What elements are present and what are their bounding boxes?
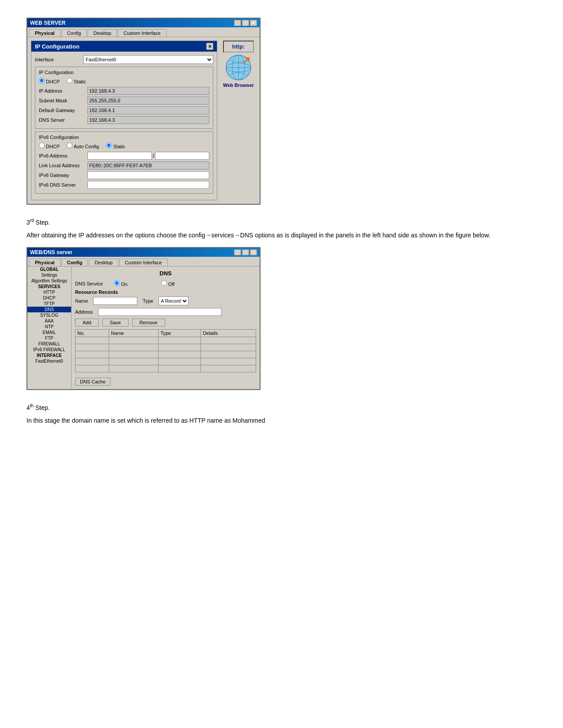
ip-config-title: IP Configuration (35, 43, 79, 50)
dns-name-label: Name (75, 298, 88, 304)
w2-maximize-button[interactable]: □ (242, 249, 249, 255)
sidebar-item-interface: INTERFACE (27, 353, 71, 358)
dns-cache-button[interactable]: DNS Cache (75, 378, 110, 386)
browser-globe-icon (225, 54, 252, 81)
sidebar-item-firewall[interactable]: FIREWALL (27, 341, 71, 347)
ip-config-panel: IP Configuration ✕ Interface FastEtherne… (31, 41, 217, 200)
sidebar-item-fastethernet0[interactable]: FastEthernet0 (27, 358, 71, 364)
dns-address-input[interactable] (98, 308, 222, 316)
link-local-input[interactable] (87, 161, 209, 169)
interface-select[interactable]: FastEthernet0 (83, 55, 213, 64)
subnet-mask-input[interactable] (87, 97, 209, 105)
sidebar-item-http[interactable]: HTTP (27, 289, 71, 295)
ipv6-auto-radio[interactable] (67, 143, 72, 148)
sidebar-item-dns[interactable]: DNS (27, 307, 71, 312)
dns-on-radio[interactable] (114, 280, 120, 286)
maximize-button[interactable]: □ (242, 20, 249, 26)
w2-tab-desktop[interactable]: Desktop (89, 259, 118, 266)
sidebar-item-global[interactable]: GLOBAL (27, 266, 71, 272)
tab-desktop[interactable]: Desktop (87, 29, 117, 37)
web-browser-label: Web Browser (223, 83, 254, 88)
dns-action-buttons: Add Save Remove (75, 319, 256, 326)
dns-remove-button[interactable]: Remove (132, 319, 165, 326)
web-browser-side: http: Web Browser (221, 41, 256, 200)
ipv6-prefix-input[interactable] (155, 152, 209, 160)
tab-config[interactable]: Config (61, 29, 87, 37)
sidebar-item-algorithm[interactable]: Algorithm Settings (27, 278, 71, 284)
dns-sidebar: GLOBAL Settings Algorithm Settings SERVI… (27, 266, 72, 389)
sidebar-item-syslog[interactable]: SYSLOG (27, 312, 71, 318)
dns-server-input[interactable] (87, 116, 209, 124)
ipv6-gateway-row: IPv6 Gateway (39, 171, 209, 179)
dns-on-label[interactable]: On (114, 280, 128, 287)
dns-type-label: Type (143, 298, 153, 304)
subnet-mask-row: Subnet Mask (39, 97, 209, 105)
ip-config-section-label: IP Configuration (39, 70, 209, 75)
ipv6-auto-label[interactable]: Auto Config (67, 143, 99, 149)
dns-server-row: DNS Server (39, 116, 209, 124)
step3-heading: 3rd Step. (26, 218, 537, 226)
w2-tab-config[interactable]: Config (61, 259, 88, 266)
window1-tabs: Physical Config Desktop Custom Interface (27, 27, 260, 37)
ip-config-close-button[interactable]: ✕ (206, 43, 213, 50)
sidebar-item-ipv6-firewall[interactable]: IPv6 FIREWALL (27, 347, 71, 353)
close-button[interactable]: ✕ (250, 20, 257, 26)
table-row (76, 337, 256, 344)
ipv6-gateway-input[interactable] (87, 171, 209, 179)
dns-off-label[interactable]: Off (161, 280, 175, 287)
w2-close-button[interactable]: ✕ (250, 249, 257, 255)
tab-physical[interactable]: Physical (29, 29, 60, 37)
ip-address-label: IP Address (39, 88, 87, 94)
ipv6-dns-label: IPv6 DNS Server (39, 182, 87, 188)
ipv6-dhcp-radio[interactable] (39, 143, 45, 148)
window2: WEB/DNS server _ □ ✕ Physical Config Des… (26, 247, 261, 390)
ip-address-row: IP Address (39, 87, 209, 95)
ipv6-address-row: IPv6 Address / (39, 152, 209, 160)
dns-service-label: DNS Service (75, 281, 110, 286)
step3-paragraph: After obtaining the IP addresses on the … (26, 230, 537, 240)
sidebar-item-settings[interactable]: Settings (27, 272, 71, 278)
dns-records-table: No. Name Type Details (75, 329, 256, 372)
dns-panel-title: DNS (75, 270, 256, 277)
ipv6-dhcp-label[interactable]: DHCP (39, 143, 60, 149)
default-gateway-row: Default Gateway (39, 106, 209, 114)
static-radio[interactable] (67, 78, 72, 83)
dns-save-button[interactable]: Save (102, 319, 128, 326)
ipv6-dns-input[interactable] (87, 181, 209, 189)
ipv6-dns-row: IPv6 DNS Server (39, 181, 209, 189)
ipv6-static-radio[interactable] (106, 143, 112, 148)
dhcp-radio-label[interactable]: DHCP (39, 78, 60, 84)
window2-controls: _ □ ✕ (234, 249, 257, 255)
sidebar-item-aaa[interactable]: AAA (27, 318, 71, 324)
default-gateway-input[interactable] (87, 106, 209, 114)
resource-records-label: Resource Records (75, 289, 256, 295)
dhcp-radio[interactable] (39, 78, 45, 83)
step4-heading: 4th Step. (26, 403, 537, 411)
sidebar-item-ftp[interactable]: FTP (27, 335, 71, 341)
dns-type-select[interactable]: A Record (159, 296, 189, 305)
ipv6-static-label[interactable]: Static (106, 143, 125, 149)
dns-address-row: Address (75, 308, 256, 316)
dns-server-label: DNS Server (39, 117, 87, 123)
w2-tab-physical[interactable]: Physical (29, 259, 60, 266)
ipv6-address-input[interactable] (87, 152, 152, 160)
w2-minimize-button[interactable]: _ (234, 249, 241, 255)
ip-address-input[interactable] (87, 87, 209, 95)
sidebar-item-email[interactable]: EMAIL (27, 330, 71, 335)
sidebar-item-tftp[interactable]: TFTP (27, 301, 71, 307)
w2-tab-custom[interactable]: Custom Interface (119, 259, 168, 266)
tab-custom-interface[interactable]: Custom Interface (118, 29, 166, 37)
sidebar-item-dhcp[interactable]: DHCP (27, 295, 71, 301)
window1-titlebar: WEB SERVER _ □ ✕ (27, 19, 260, 27)
http-badge: http: (223, 41, 254, 53)
table-row (76, 344, 256, 351)
dns-name-input[interactable] (93, 297, 137, 305)
sidebar-item-ntp[interactable]: NTP (27, 324, 71, 330)
minimize-button[interactable]: _ (234, 20, 241, 26)
dns-off-radio[interactable] (161, 280, 167, 286)
dns-add-button[interactable]: Add (75, 319, 99, 326)
dns-name-type-row: Name Type A Record (75, 296, 256, 305)
static-radio-label[interactable]: Static (67, 78, 86, 84)
link-local-row: Link Local Address (39, 161, 209, 169)
window1-controls: _ □ ✕ (234, 20, 257, 26)
